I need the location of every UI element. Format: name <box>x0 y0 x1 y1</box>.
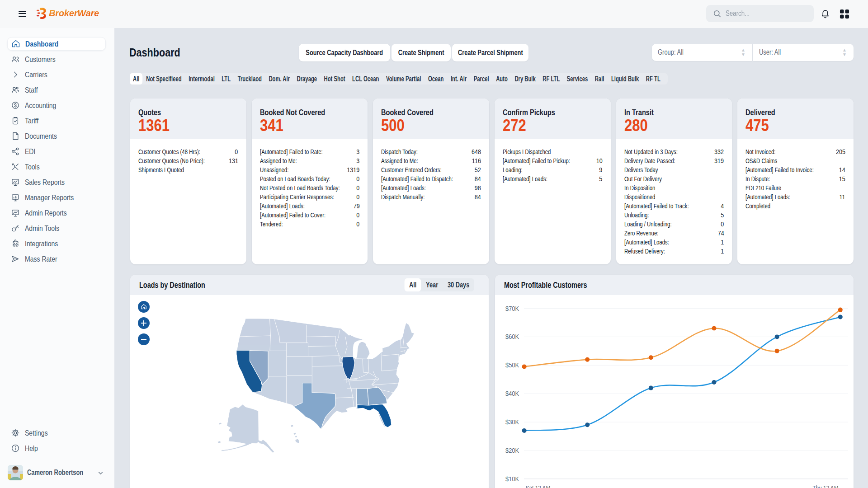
svg-text:$40K: $40K <box>505 389 519 397</box>
svg-text:$70K: $70K <box>505 305 519 312</box>
svg-text:$50K: $50K <box>505 361 519 369</box>
svg-text:$30K: $30K <box>505 418 519 426</box>
svg-text:Thu 12 AM: Thu 12 AM <box>813 484 839 488</box>
svg-text:$60K: $60K <box>505 333 519 340</box>
svg-text:$10K: $10K <box>505 475 519 483</box>
svg-text:Sat 12 AM: Sat 12 AM <box>526 484 551 488</box>
svg-text:$20K: $20K <box>505 446 519 454</box>
